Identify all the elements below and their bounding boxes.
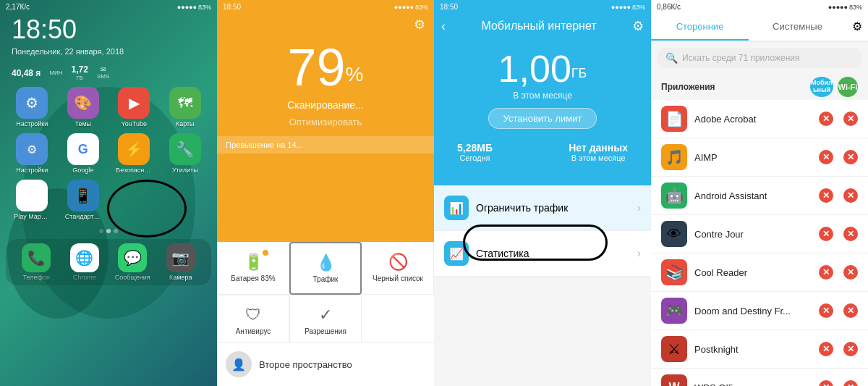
blacklist-menu-label: Черный список — [373, 274, 423, 282]
opt-signal: ●●●●● — [394, 4, 414, 11]
aa-remove-mobile[interactable]: ✕ — [819, 188, 833, 203]
pk-remove-mobile[interactable]: ✕ — [819, 342, 833, 356]
dot-1 — [99, 229, 103, 233]
dd-remove-wifi[interactable]: ✕ — [843, 303, 858, 318]
statistics-icon: 📈 — [444, 241, 469, 266]
utils-app[interactable]: 🔧 Утилиты — [162, 133, 209, 174]
month-label: В этом месяце — [446, 91, 639, 101]
dd-remove-mobile[interactable]: ✕ — [819, 303, 833, 318]
battery-menu-icon: 🔋 — [244, 253, 263, 272]
list-item: W WPS Office ✕ ✕ — [651, 369, 868, 386]
chrome-label: Chrome — [73, 274, 96, 281]
quick-stats: 40,48 я МИН 1,72 ГБ ✉ SMS — [0, 62, 217, 84]
aimp-remove-mobile[interactable]: ✕ — [819, 150, 833, 164]
back-icon[interactable]: ‹ — [441, 19, 446, 34]
adobe-remove-mobile[interactable]: ✕ — [819, 112, 833, 126]
today-label: Сегодня — [457, 154, 493, 162]
doom-destiny-icon: 🎮 — [661, 298, 687, 324]
data-battery: 83% — [632, 4, 645, 11]
time-stat: МИН — [49, 70, 62, 76]
statistics-label: Статистика — [476, 248, 630, 259]
optimize-button[interactable]: Оптимизировать — [217, 114, 434, 136]
google-app[interactable]: G Google — [60, 133, 107, 174]
second-space-icon: 👤 — [226, 351, 252, 377]
security-app[interactable]: ⚡ Безопасно... — [111, 133, 158, 174]
home-status-bar: 2,17К/с ●●●●● 83% — [0, 0, 217, 14]
standard-app[interactable]: 📱 Стандартн... — [60, 180, 107, 220]
cj-remove-mobile[interactable]: ✕ — [819, 227, 833, 241]
phone-icon: 📞 — [22, 243, 51, 272]
cr-remove-wifi[interactable]: ✕ — [843, 265, 858, 280]
playstore-icon: ▶ — [16, 180, 48, 211]
settings-tabs: Сторонние Системные ⚙ — [651, 14, 868, 42]
menu-battery[interactable]: 🔋 Батарея 83% — [217, 242, 289, 295]
settings2-label: Настройки — [16, 167, 48, 174]
tab-system[interactable]: Системные — [749, 14, 846, 41]
data-stat: 40,48 я — [12, 68, 41, 78]
maps-app[interactable]: 🗺 Карты — [162, 87, 209, 127]
wps-office-icon: W — [661, 374, 687, 386]
wps-remove-mobile[interactable]: ✕ — [819, 380, 833, 386]
menu-permissions[interactable]: ✓ Разрешения — [289, 295, 362, 346]
wps-remove-wifi[interactable]: ✕ — [843, 380, 858, 386]
aimp-name: AIMP — [694, 152, 812, 163]
messages-app[interactable]: 💬 Сообщения — [111, 243, 155, 281]
signal-icon: ●●●●● — [177, 4, 197, 11]
cj-remove-wifi[interactable]: ✕ — [843, 227, 858, 241]
settings-app[interactable]: ⚙ Настройки — [9, 87, 56, 127]
themes-app[interactable]: 🎨 Темы — [60, 87, 107, 127]
list-item: ⚔ Postknight ✕ ✕ — [651, 330, 868, 369]
menu-antivirus[interactable]: 🛡 Антивирус — [217, 295, 289, 346]
settings-tab-gear[interactable]: ⚙ — [846, 14, 868, 41]
permissions-menu-label: Разрешения — [305, 327, 346, 335]
search-bar[interactable]: 🔍 Искать среди 71 приложения — [657, 48, 862, 68]
aimp-remove-wifi[interactable]: ✕ — [843, 150, 858, 164]
menu-blacklist[interactable]: 🚫 Черный список — [362, 242, 434, 295]
list-item: 🤖 Android Assistant ✕ ✕ — [651, 177, 868, 215]
settings-gear-icon[interactable]: ⚙ — [414, 17, 425, 33]
adobe-acrobat-name: Adobe Acrobat — [694, 114, 812, 125]
app-grid-row2: ⚙ Настройки G Google ⚡ Безопасно... 🔧 Ут… — [0, 133, 217, 180]
camera-label: Камера — [169, 274, 192, 281]
settings2-app[interactable]: ⚙ Настройки — [9, 133, 56, 174]
settings-app-list: 📄 Adobe Acrobat ✕ ✕ 🎵 AIMP ✕ ✕ 🤖 Android… — [651, 100, 868, 386]
data-val: 40,48 я — [12, 68, 41, 78]
data-menu: 📊 Ограничить трафик › 📈 Статистика › — [434, 185, 651, 277]
set-limit-button[interactable]: Установить лимит — [488, 108, 597, 129]
opt-status-icons: ●●●●● 83% — [394, 4, 428, 11]
youtube-app[interactable]: ▶ YouTube — [111, 87, 158, 127]
apps-col-label: Приложения — [661, 82, 715, 92]
statistics-arrow: › — [637, 247, 641, 260]
camera-app[interactable]: 📷 Камера — [159, 243, 203, 281]
battery-dot — [263, 250, 268, 256]
chrome-app[interactable]: 🌐 Chrome — [63, 243, 107, 281]
second-space-label: Второе пространство — [259, 359, 352, 370]
playstore-app[interactable]: ▶ Play Маркет — [9, 180, 56, 220]
app-grid-row1: ⚙ Настройки 🎨 Темы ▶ YouTube 🗺 Карты — [0, 84, 217, 133]
settings-label: Настройки — [16, 120, 48, 127]
data-status-bar: 18:50 ●●●●● 83% — [434, 0, 651, 14]
themes-icon: 🎨 — [67, 87, 99, 119]
data-settings-icon[interactable]: ⚙ — [632, 18, 644, 34]
menu-traffic[interactable]: 💧 Трафик — [289, 242, 362, 295]
month-empty-label: В этом месяце — [569, 154, 628, 162]
sms-stat: ✉ SMS — [97, 66, 109, 80]
dock: 📞 Телефон 🌐 Chrome 💬 Сообщения 📷 Камера — [6, 239, 211, 285]
tab-third-party[interactable]: Сторонние — [651, 14, 749, 41]
usage-display: 1,00ГБ — [446, 50, 639, 88]
gb-stat: 1,72 ГБ — [72, 64, 88, 81]
pk-remove-wifi[interactable]: ✕ — [843, 342, 858, 356]
home-status-left: 2,17К/с — [6, 3, 30, 11]
settings2-icon: ⚙ — [16, 133, 48, 165]
adobe-remove-wifi[interactable]: ✕ — [843, 112, 858, 126]
second-space-item[interactable]: 👤 Второе пространство — [217, 342, 434, 386]
aa-remove-wifi[interactable]: ✕ — [843, 188, 858, 203]
phone-app[interactable]: 📞 Телефон — [14, 243, 59, 281]
cool-reader-name: Cool Reader — [694, 267, 812, 278]
statistics-item[interactable]: 📈 Статистика › — [434, 231, 651, 277]
restrict-traffic-item[interactable]: 📊 Ограничить трафик › — [434, 185, 651, 231]
home-date: Понедельник, 22 января, 2018 — [0, 46, 217, 62]
data-title-bar: ‹ Мобильный интернет ⚙ — [434, 14, 651, 38]
usage-value: 1,00 — [498, 48, 571, 90]
cr-remove-mobile[interactable]: ✕ — [819, 265, 833, 280]
